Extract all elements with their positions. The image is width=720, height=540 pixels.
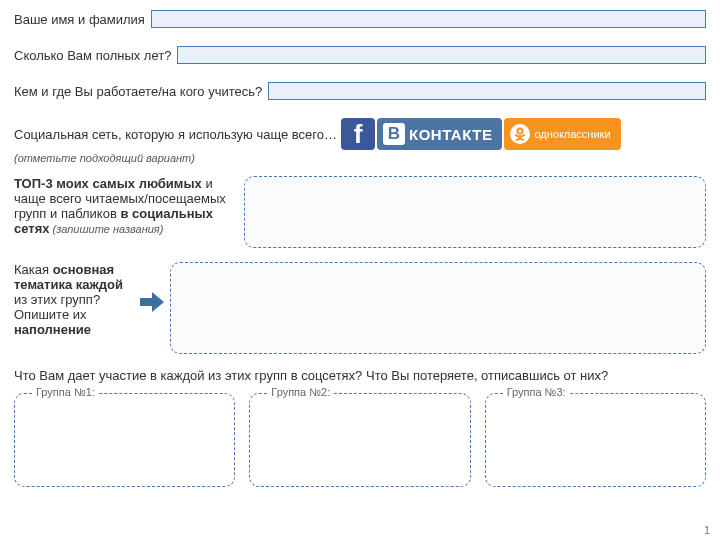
theme-label: Какая основная тематика каждой из этих г… [14,262,134,337]
group-1: Группа №1: [14,393,235,487]
groups-row: Группа №1: Группа №2: Группа №3: [14,393,706,487]
arrow-icon [140,292,164,312]
age-row: Сколько Вам полных лет? [14,46,706,64]
theme-t1: Какая [14,262,53,277]
svg-point-0 [518,128,523,133]
name-row: Ваше имя и фамилия [14,10,706,28]
group-2-input[interactable] [249,393,470,487]
social-label: Социальная сеть, которую я использую чащ… [14,127,337,142]
top3-bold1: ТОП-3 моих самых любимых [14,176,202,191]
group-2: Группа №2: [249,393,470,487]
ok-icon [510,124,530,144]
group-1-title: Группа №1: [32,386,99,398]
theme-input[interactable] [170,262,706,354]
theme-row: Какая основная тематика каждой из этих г… [14,262,706,354]
age-label: Сколько Вам полных лет? [14,48,171,63]
group-3-title: Группа №3: [503,386,570,398]
page-number: 1 [704,524,710,536]
theme-t4: наполнение [14,322,91,337]
top3-input[interactable] [244,176,706,248]
question-full: Что Вам дает участие в каждой из этих гр… [14,368,706,383]
social-badges: f B КОНТАКТЕ одноклассники [341,118,621,150]
work-label: Кем и где Вы работаете/на кого учитесь? [14,84,262,99]
group-3: Группа №3: [485,393,706,487]
social-row: Социальная сеть, которую я использую чащ… [14,118,706,150]
work-input[interactable] [268,82,706,100]
top3-label: ТОП-3 моих самых любимых и чаще всего чи… [14,176,236,248]
group-3-input[interactable] [485,393,706,487]
vkontakte-badge[interactable]: B КОНТАКТЕ [377,118,502,150]
age-input[interactable] [177,46,706,64]
group-1-input[interactable] [14,393,235,487]
work-row: Кем и где Вы работаете/на кого учитесь? [14,82,706,100]
vk-icon: B [383,123,405,145]
top3-row: ТОП-3 моих самых любимых и чаще всего чи… [14,176,706,248]
theme-t3: из этих групп? Опишите их [14,292,100,322]
ok-text: одноклассники [534,128,610,140]
facebook-icon[interactable]: f [341,118,375,150]
name-input[interactable] [151,10,706,28]
group-2-title: Группа №2: [267,386,334,398]
odnoklassniki-badge[interactable]: одноклассники [504,118,620,150]
name-label: Ваше имя и фамилия [14,12,145,27]
vk-text: КОНТАКТЕ [409,126,492,143]
social-hint: (отметьте подходящий вариант) [14,152,706,164]
top3-hint: (запишите названия) [49,223,163,235]
